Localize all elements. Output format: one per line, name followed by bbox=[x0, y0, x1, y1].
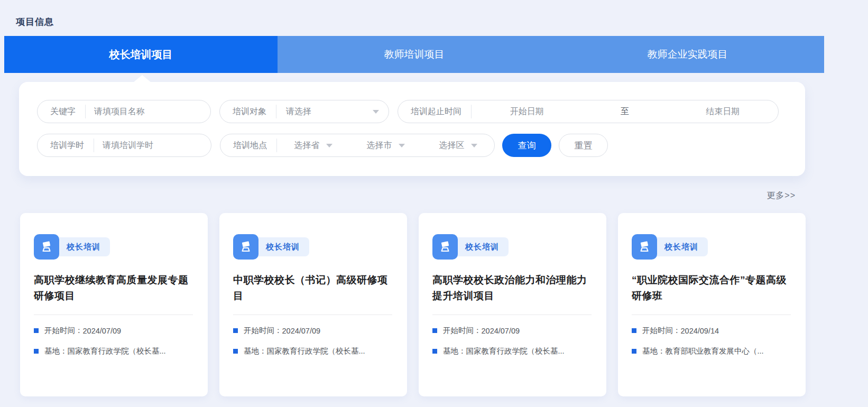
date-range-inputs: 开始日期 至 结束日期 bbox=[472, 106, 778, 117]
start-time-label: 开始时间： bbox=[44, 326, 83, 336]
project-title[interactable]: 中职学校校长（书记）高级研修项目 bbox=[233, 272, 392, 304]
keyword-field[interactable]: 关键字 bbox=[37, 100, 211, 123]
category-badge: 校长培训 bbox=[254, 237, 309, 256]
training-target-label: 培训对象 bbox=[220, 106, 276, 117]
category-badge: 校长培训 bbox=[55, 237, 110, 256]
base-label: 基地： bbox=[244, 346, 267, 356]
card-divider bbox=[432, 314, 592, 315]
lectern-icon bbox=[34, 234, 59, 260]
reset-button[interactable]: 重置 bbox=[559, 134, 608, 157]
base-row: 基地： 教育部职业教育发展中心（... bbox=[632, 346, 791, 356]
chevron-down-icon bbox=[373, 110, 379, 114]
project-tabbar: 校长培训项目 教师培训项目 教师企业实践项目 bbox=[4, 36, 824, 73]
base-label: 基地： bbox=[443, 346, 466, 356]
filter-row-1: 关键字 培训对象 请选择 培训起止时间 开始日期 至 结束日期 bbox=[37, 100, 787, 123]
start-time-label: 开始时间： bbox=[443, 326, 482, 336]
start-time-value: 2024/09/14 bbox=[681, 327, 719, 335]
lectern-icon bbox=[632, 234, 657, 260]
start-time-row: 开始时间： 2024/07/09 bbox=[432, 326, 592, 336]
keyword-label: 关键字 bbox=[38, 106, 85, 117]
training-location-field[interactable]: 培训地点 选择省 选择市 选择区 bbox=[220, 134, 495, 157]
badge-row: 校长培训 bbox=[233, 234, 392, 260]
base-value: 国家教育行政学院（校长基... bbox=[68, 346, 166, 356]
start-time-row: 开始时间： 2024/07/09 bbox=[233, 326, 392, 336]
keyword-input[interactable] bbox=[86, 107, 210, 116]
training-target-field[interactable]: 培训对象 请选择 bbox=[219, 100, 389, 123]
district-placeholder: 选择区 bbox=[439, 140, 465, 151]
filter-panel: 关键字 培训对象 请选择 培训起止时间 开始日期 至 结束日期 培训学时 bbox=[19, 82, 805, 176]
bullet-square-icon bbox=[233, 349, 238, 354]
end-date-input[interactable]: 结束日期 bbox=[706, 106, 740, 117]
start-time-label: 开始时间： bbox=[642, 326, 681, 336]
province-select[interactable]: 选择省 bbox=[294, 140, 333, 151]
project-title[interactable]: 高职学校继续教育高质量发展专题研修项目 bbox=[34, 272, 193, 304]
location-selects: 选择省 选择市 选择区 bbox=[277, 140, 494, 151]
base-row: 基地： 国家教育行政学院（校长基... bbox=[432, 346, 592, 356]
bullet-square-icon bbox=[432, 349, 437, 354]
base-row: 基地： 国家教育行政学院（校长基... bbox=[34, 346, 193, 356]
badge-row: 校长培训 bbox=[632, 234, 791, 260]
date-range-field[interactable]: 培训起止时间 开始日期 至 结束日期 bbox=[398, 100, 779, 123]
start-time-row: 开始时间： 2024/07/09 bbox=[34, 326, 193, 336]
category-badge: 校长培训 bbox=[653, 237, 708, 256]
lectern-icon bbox=[432, 234, 458, 260]
start-date-input[interactable]: 开始日期 bbox=[510, 106, 544, 117]
chevron-down-icon bbox=[326, 144, 333, 147]
start-time-value: 2024/07/09 bbox=[83, 327, 122, 335]
project-title[interactable]: “职业院校国际交流合作”专题高级研修班 bbox=[632, 272, 791, 304]
category-badge: 校长培训 bbox=[454, 237, 509, 256]
date-range-separator: 至 bbox=[621, 106, 629, 117]
start-time-value: 2024/07/09 bbox=[282, 327, 321, 335]
training-hours-input[interactable] bbox=[94, 141, 211, 150]
start-time-value: 2024/07/09 bbox=[482, 327, 520, 335]
city-select[interactable]: 选择市 bbox=[367, 140, 405, 151]
badge-row: 校长培训 bbox=[432, 234, 592, 260]
tab-teacher-training[interactable]: 教师培训项目 bbox=[278, 36, 551, 73]
base-label: 基地： bbox=[44, 346, 68, 356]
base-row: 基地： 国家教育行政学院（校长基... bbox=[233, 346, 392, 356]
lectern-icon bbox=[233, 234, 258, 260]
bullet-square-icon bbox=[34, 328, 39, 333]
chevron-down-icon bbox=[471, 144, 477, 147]
chevron-down-icon bbox=[399, 144, 405, 147]
bullet-square-icon bbox=[432, 328, 437, 333]
project-card[interactable]: 校长培训 中职学校校长（书记）高级研修项目 开始时间： 2024/07/09 基… bbox=[219, 213, 407, 396]
project-card[interactable]: 校长培训 “职业院校国际交流合作”专题高级研修班 开始时间： 2024/09/1… bbox=[618, 213, 806, 396]
training-location-label: 培训地点 bbox=[220, 140, 276, 151]
page-title: 项目信息 bbox=[16, 16, 54, 28]
card-divider bbox=[34, 314, 193, 315]
tab-teacher-enterprise-practice[interactable]: 教师企业实践项目 bbox=[551, 36, 824, 73]
city-placeholder: 选择市 bbox=[367, 140, 392, 151]
bullet-square-icon bbox=[632, 349, 636, 354]
bullet-square-icon bbox=[233, 328, 238, 333]
badge-row: 校长培训 bbox=[34, 234, 193, 260]
training-hours-label: 培训学时 bbox=[38, 140, 94, 151]
start-time-label: 开始时间： bbox=[244, 326, 282, 336]
district-select[interactable]: 选择区 bbox=[439, 140, 477, 151]
filter-row-2: 培训学时 培训地点 选择省 选择市 选择区 bbox=[37, 134, 787, 157]
training-hours-field[interactable]: 培训学时 bbox=[37, 134, 211, 157]
base-value: 国家教育行政学院（校长基... bbox=[267, 346, 365, 356]
project-card-list: 校长培训 高职学校继续教育高质量发展专题研修项目 开始时间： 2024/07/0… bbox=[20, 213, 806, 396]
search-button[interactable]: 查询 bbox=[502, 134, 551, 157]
base-label: 基地： bbox=[642, 346, 666, 356]
filter-panel-notch bbox=[133, 75, 151, 82]
base-value: 国家教育行政学院（校长基... bbox=[466, 346, 565, 356]
start-time-row: 开始时间： 2024/09/14 bbox=[632, 326, 791, 336]
bullet-square-icon bbox=[34, 349, 39, 354]
card-divider bbox=[233, 314, 392, 315]
province-placeholder: 选择省 bbox=[294, 140, 320, 151]
project-card[interactable]: 校长培训 高职学校校长政治能力和治理能力提升培训项目 开始时间： 2024/07… bbox=[419, 213, 606, 396]
more-link[interactable]: 更多>> bbox=[767, 190, 796, 201]
project-title[interactable]: 高职学校校长政治能力和治理能力提升培训项目 bbox=[432, 272, 592, 304]
base-value: 教育部职业教育发展中心（... bbox=[666, 346, 764, 356]
date-range-label: 培训起止时间 bbox=[398, 106, 471, 117]
tab-principal-training[interactable]: 校长培训项目 bbox=[4, 36, 278, 73]
bullet-square-icon bbox=[632, 328, 636, 333]
project-card[interactable]: 校长培训 高职学校继续教育高质量发展专题研修项目 开始时间： 2024/07/0… bbox=[20, 213, 208, 396]
card-divider bbox=[632, 314, 791, 315]
training-target-placeholder: 请选择 bbox=[286, 106, 311, 117]
training-target-select[interactable]: 请选择 bbox=[276, 106, 389, 117]
